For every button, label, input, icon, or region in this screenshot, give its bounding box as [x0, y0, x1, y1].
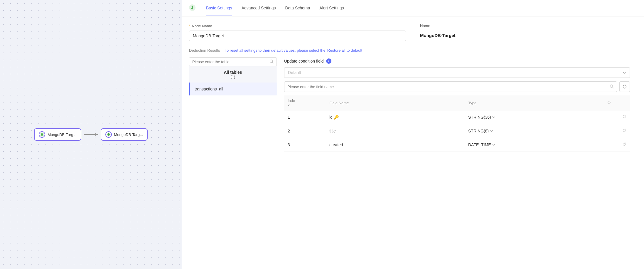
chevron-down-icon	[490, 129, 493, 133]
refresh-button[interactable]	[619, 81, 630, 92]
cell-reset[interactable]	[603, 110, 630, 124]
col-header-reset	[603, 95, 630, 110]
tabs-bar: Basic Settings Advanced Settings Data Sc…	[182, 0, 644, 16]
field-search-box[interactable]	[284, 81, 617, 92]
cell-fieldname: title	[326, 124, 465, 138]
main-content: All tables (1) transactions_all Update c…	[189, 57, 637, 152]
reset-all-icon[interactable]	[607, 101, 611, 105]
tab-schema[interactable]: Data Schema	[285, 0, 310, 16]
tab-basic[interactable]: Basic Settings	[206, 0, 232, 16]
table-list-item-0[interactable]: transactions_all	[189, 83, 277, 95]
field-table: Inde x Field Name Type	[284, 95, 630, 152]
table-group-header: All tables (1)	[189, 66, 277, 83]
settings-panel: Basic Settings Advanced Settings Data Sc…	[182, 0, 644, 269]
node-box-1[interactable]: MongoDB-Targ...	[34, 128, 81, 141]
form-row-names: * Node Name Name MongoDB-Target	[189, 23, 637, 41]
canvas-nodes: MongoDB-Targ... MongoDB-Targ...	[34, 128, 148, 141]
col-header-fieldname: Field Name	[326, 95, 465, 110]
table-group-count: (1)	[194, 75, 272, 79]
svg-line-7	[272, 62, 274, 63]
tab-alert[interactable]: Alert Settings	[319, 0, 344, 16]
node-icon-2	[105, 131, 112, 138]
form-group-name: Name MongoDB-Target	[420, 23, 637, 41]
node-name-label: * Node Name	[189, 23, 406, 28]
type-select[interactable]: DATE_TIME	[468, 142, 495, 147]
cell-reset[interactable]	[603, 138, 630, 152]
svg-line-9	[613, 87, 614, 88]
type-select[interactable]: STRING(36)	[468, 115, 495, 120]
form-group-nodename: * Node Name	[189, 23, 406, 41]
table-row: 3createdDATE_TIME	[284, 138, 630, 152]
field-search-input[interactable]	[287, 85, 607, 89]
reset-row-button[interactable]	[622, 128, 626, 133]
deduction-label: Deduction Results	[189, 48, 220, 53]
svg-point-5	[191, 8, 193, 9]
cell-fieldname: created	[326, 138, 465, 152]
reset-row-button[interactable]	[622, 115, 626, 120]
col-header-type: Type	[465, 95, 603, 110]
chevron-down-icon	[623, 70, 626, 75]
node-box-2[interactable]: MongoDB-Targ...	[101, 128, 148, 141]
cell-reset[interactable]	[603, 124, 630, 138]
table-search-input[interactable]	[192, 60, 267, 64]
required-star: *	[189, 23, 190, 28]
deduction-row: Deduction Results To reset all settings …	[189, 48, 637, 53]
node-label-2: MongoDB-Targ...	[114, 132, 143, 137]
update-condition-label: Update condition field	[284, 59, 324, 63]
type-select[interactable]: STRING(8)	[468, 129, 493, 133]
field-search-icon	[610, 84, 614, 89]
node-icon-1	[39, 131, 45, 138]
node-name-input[interactable]	[189, 31, 406, 41]
cell-type[interactable]: STRING(8)	[465, 124, 603, 138]
reset-link[interactable]: To reset all settings to their default v…	[225, 48, 363, 53]
node-label-1: MongoDB-Targ...	[48, 132, 76, 137]
table-search-box[interactable]	[189, 57, 277, 66]
tab-logo	[189, 4, 195, 12]
field-search-row	[284, 81, 630, 92]
cell-index: 1	[284, 110, 326, 124]
name-value: MongoDB-Target	[420, 30, 637, 41]
field-settings-panel: Update condition field i Default	[277, 57, 637, 152]
table-search-icon	[269, 59, 274, 64]
cell-fieldname: id 🔑	[326, 110, 465, 124]
table-row: 2titleSTRING(8)	[284, 124, 630, 138]
cell-index: 2	[284, 124, 326, 138]
reset-row-button[interactable]	[622, 142, 626, 147]
cell-index: 3	[284, 138, 326, 152]
canvas-panel: MongoDB-Targ... MongoDB-Targ...	[0, 0, 182, 269]
cell-type[interactable]: DATE_TIME	[465, 138, 603, 152]
arrow-line	[84, 134, 98, 135]
update-condition-row: Update condition field i	[284, 58, 630, 64]
cell-type[interactable]: STRING(36)	[465, 110, 603, 124]
settings-content: * Node Name Name MongoDB-Target Deductio…	[182, 16, 644, 269]
key-icon: 🔑	[334, 115, 339, 120]
col-header-index: Inde x	[284, 95, 326, 110]
chevron-down-icon	[492, 115, 495, 119]
table-row: 1id 🔑STRING(36)	[284, 110, 630, 124]
tab-advanced[interactable]: Advanced Settings	[242, 0, 276, 16]
arrow-connector	[81, 134, 101, 135]
default-dropdown[interactable]: Default	[284, 67, 630, 78]
chevron-down-icon	[492, 143, 495, 147]
name-label: Name	[420, 23, 637, 28]
table-list-panel: All tables (1) transactions_all	[189, 57, 277, 152]
info-icon[interactable]: i	[326, 58, 331, 64]
